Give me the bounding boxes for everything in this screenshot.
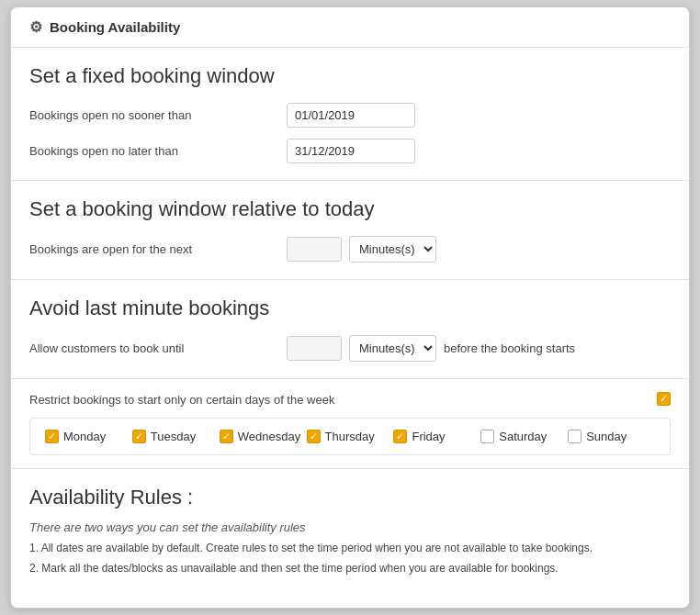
relative-unit-select[interactable]: Minutes(s) Hours(s) Days(s) Weeks(s) [349, 236, 436, 263]
avail-rule-2: 2. Mark all the dates/blocks as unavaila… [29, 560, 671, 576]
monday-label: Monday [63, 430, 106, 443]
open-sooner-input[interactable] [287, 103, 415, 128]
last-minute-row: Allow customers to book until Minutes(s)… [29, 335, 671, 362]
day-monday: ✓ Monday [45, 430, 132, 443]
restrict-days-wrapper: Restrict bookings to start only on certa… [11, 379, 689, 469]
relative-window-title: Set a booking window relative to today [29, 197, 671, 221]
avail-rules-title: Availability Rules : [29, 486, 671, 509]
saturday-checkbox[interactable] [480, 430, 494, 443]
card-header: ⚙ Booking Availability [11, 7, 689, 48]
relative-window-section: Set a booking window relative to today B… [11, 181, 689, 280]
card-title: Booking Availability [50, 19, 180, 35]
day-sunday: Sunday [568, 430, 655, 443]
last-minute-unit-select[interactable]: Minutes(s) Hours(s) Days(s) Weeks(s) [349, 335, 436, 362]
fixed-window-title: Set a fixed booking window [29, 64, 671, 88]
availability-rules-section: Availability Rules : There are two ways … [11, 469, 689, 589]
relative-input-group: Minutes(s) Hours(s) Days(s) Weeks(s) [287, 236, 436, 263]
last-minute-input-group: Minutes(s) Hours(s) Days(s) Weeks(s) bef… [287, 335, 575, 362]
tuesday-label: Tuesday [151, 430, 196, 443]
day-friday: ✓ Friday [393, 430, 480, 443]
last-minute-label: Allow customers to book until [29, 341, 287, 355]
restrict-days-checkbox[interactable]: ✓ [657, 392, 671, 406]
tuesday-checkbox[interactable]: ✓ [132, 430, 146, 443]
last-minute-suffix: before the booking starts [444, 341, 575, 355]
open-later-row: Bookings open no later than [29, 139, 671, 163]
last-minute-section: Avoid last minute bookings Allow custome… [11, 280, 689, 379]
monday-checkbox[interactable]: ✓ [45, 430, 59, 443]
day-wednesday: ✓ Wednesday [220, 430, 307, 443]
gear-icon: ⚙ [29, 18, 42, 36]
friday-label: Friday [412, 430, 445, 443]
avail-subtitle: There are two ways you can set the avail… [29, 520, 671, 534]
saturday-label: Saturday [499, 430, 547, 443]
relative-number-input[interactable] [287, 237, 342, 262]
day-thursday: ✓ Thursday [307, 430, 394, 443]
fixed-window-section: Set a fixed booking window Bookings open… [11, 48, 689, 181]
last-minute-number-input[interactable] [287, 336, 342, 361]
wednesday-label: Wednesday [238, 430, 300, 443]
open-later-input[interactable] [287, 139, 415, 163]
open-later-label: Bookings open no later than [29, 144, 287, 158]
restrict-days-label: Restrict bookings to start only on certa… [29, 392, 649, 408]
wednesday-checkbox[interactable]: ✓ [220, 430, 233, 443]
sunday-label: Sunday [586, 430, 627, 443]
thursday-checkbox[interactable]: ✓ [307, 430, 321, 443]
sunday-checkbox[interactable] [568, 430, 581, 443]
friday-checkbox[interactable]: ✓ [393, 430, 407, 443]
relative-label: Bookings are open for the next [29, 242, 287, 256]
open-sooner-row: Bookings open no sooner than [29, 103, 671, 128]
thursday-label: Thursday [325, 430, 375, 443]
avail-rule-1: 1. All dates are available by default. C… [29, 540, 671, 556]
booking-availability-card: ⚙ Booking Availability Set a fixed booki… [10, 6, 690, 609]
days-grid: ✓ Monday ✓ Tuesday ✓ Wednesday ✓ Thursda… [29, 418, 671, 455]
relative-row: Bookings are open for the next Minutes(s… [29, 236, 671, 263]
open-sooner-label: Bookings open no sooner than [29, 108, 287, 122]
last-minute-title: Avoid last minute bookings [29, 296, 671, 320]
day-tuesday: ✓ Tuesday [132, 430, 220, 443]
day-saturday: Saturday [480, 430, 568, 443]
restrict-top-row: Restrict bookings to start only on certa… [29, 379, 671, 408]
